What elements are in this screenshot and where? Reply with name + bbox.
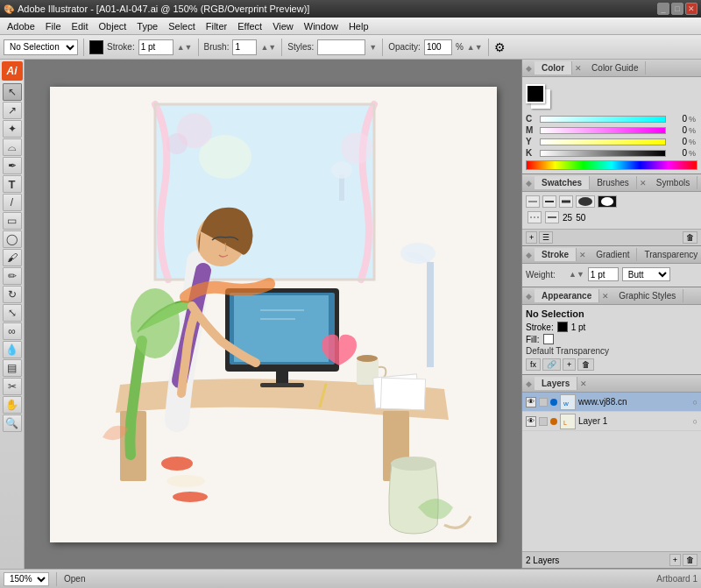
brush-value[interactable]: [232, 39, 257, 55]
menu-window[interactable]: Window: [299, 19, 343, 33]
tool-lasso[interactable]: ⌓: [3, 138, 22, 156]
layers-add[interactable]: +: [669, 554, 681, 566]
layers-delete[interactable]: 🗑: [683, 554, 697, 566]
stroke-color-swatch[interactable]: [89, 40, 103, 54]
appearance-stroke-swatch[interactable]: [557, 322, 568, 332]
tool-direct-select[interactable]: ↗: [3, 102, 22, 119]
stroke-weight-value[interactable]: [588, 267, 619, 281]
brush-arrows[interactable]: ▲▼: [260, 43, 276, 52]
layer-row-1[interactable]: 👁 L Layer 1 ○: [522, 412, 701, 431]
tool-hand[interactable]: ✋: [3, 396, 22, 414]
tool-rotate[interactable]: ↻: [3, 286, 22, 303]
brush-swatch-3[interactable]: [559, 195, 573, 208]
menu-select[interactable]: Select: [163, 19, 201, 33]
tool-scissors[interactable]: ✂: [3, 378, 22, 395]
tool-gradient[interactable]: ▤: [3, 359, 22, 377]
swatches-new[interactable]: +: [526, 231, 537, 244]
brush-swatch-1[interactable]: [526, 195, 540, 208]
appearance-tab-close[interactable]: ✕: [599, 292, 612, 301]
toolbar-extra-icon[interactable]: ⚙: [494, 40, 506, 54]
layer-1-lock[interactable]: [539, 417, 548, 426]
tool-ellipse[interactable]: ◯: [3, 230, 22, 248]
menu-filter[interactable]: Filter: [201, 19, 232, 33]
tab-graphic-styles[interactable]: Graphic Styles: [612, 289, 683, 302]
title-bar-controls[interactable]: _ □ ✕: [657, 3, 697, 15]
styles-dropdown-btn[interactable]: ▼: [369, 43, 377, 52]
swatches-menu[interactable]: ☰: [539, 231, 553, 244]
stroke-tab-close[interactable]: ✕: [577, 251, 589, 259]
stroke-value[interactable]: [138, 39, 173, 55]
spectrum-bar[interactable]: [526, 160, 697, 170]
menu-file[interactable]: File: [40, 19, 67, 33]
layer-1-visibility[interactable]: 👁: [526, 416, 536, 427]
canvas[interactable]: ♡ ♡ ✿: [50, 87, 497, 542]
color-tab-close[interactable]: ✕: [572, 64, 584, 73]
brush-swatch-2[interactable]: [542, 195, 556, 208]
brush-swatch-4[interactable]: [576, 195, 595, 208]
tool-pencil[interactable]: ✏: [3, 267, 22, 285]
tab-appearance[interactable]: Appearance: [535, 289, 599, 302]
layer-0-visibility[interactable]: 👁: [526, 397, 536, 407]
swatches-delete[interactable]: 🗑: [683, 231, 697, 244]
tab-brushes[interactable]: Brushes: [590, 176, 637, 189]
zoom-select[interactable]: 150% 100% 200%: [4, 572, 49, 586]
menu-help[interactable]: Help: [343, 19, 374, 33]
menu-view[interactable]: View: [267, 19, 299, 33]
tab-layers[interactable]: Layers: [535, 377, 577, 390]
channel-y-slider[interactable]: [540, 138, 666, 145]
menu-adobe[interactable]: Adobe: [2, 19, 40, 33]
tool-selection[interactable]: ↖: [3, 83, 22, 101]
tab-color[interactable]: Color: [535, 61, 572, 74]
stroke-cap-select[interactable]: Butt: [622, 267, 670, 281]
channel-m-slider[interactable]: [540, 127, 666, 134]
appearance-fx-button[interactable]: fx: [526, 358, 541, 371]
brushes-tab-close[interactable]: ✕: [637, 179, 649, 188]
tool-brush[interactable]: 🖌: [3, 249, 22, 266]
canvas-area[interactable]: ♡ ♡ ✿: [25, 60, 521, 569]
stroke-arrows[interactable]: ▲▼: [177, 43, 193, 52]
svg-point-4: [341, 132, 372, 164]
menu-type[interactable]: Type: [131, 19, 163, 33]
brush-size-medium[interactable]: [545, 211, 559, 223]
channel-c-slider[interactable]: [540, 116, 666, 123]
selection-dropdown[interactable]: No Selection: [4, 39, 78, 55]
appearance-new-button[interactable]: +: [563, 358, 576, 371]
layer-row-0[interactable]: 👁 w www.vj88.cn ○: [522, 393, 701, 412]
tab-gradient[interactable]: Gradient: [589, 248, 637, 261]
channel-m-label: M: [526, 125, 538, 135]
close-button[interactable]: ✕: [685, 3, 697, 15]
opacity-value[interactable]: [424, 39, 452, 55]
menu-edit[interactable]: Edit: [67, 19, 94, 33]
appearance-fill-swatch[interactable]: [543, 334, 554, 344]
tool-magic-wand[interactable]: ✦: [3, 120, 22, 138]
color-row-m: M 0 %: [526, 125, 697, 135]
tab-color-guide[interactable]: Color Guide: [584, 61, 646, 74]
tool-scale[interactable]: ⤡: [3, 304, 22, 322]
tool-rect[interactable]: ▭: [3, 212, 22, 230]
tab-stroke[interactable]: Stroke: [535, 248, 577, 261]
tool-line[interactable]: /: [3, 194, 22, 211]
menu-object[interactable]: Object: [94, 19, 132, 33]
tab-symbols[interactable]: Symbols: [649, 176, 697, 189]
brush-size-thin[interactable]: [528, 211, 542, 223]
maximize-button[interactable]: □: [671, 3, 683, 15]
tab-transparency[interactable]: Transparency: [637, 248, 701, 261]
opacity-arrows[interactable]: ▲▼: [467, 43, 483, 52]
tool-blend[interactable]: ∞: [3, 322, 22, 340]
menu-effect[interactable]: Effect: [232, 19, 267, 33]
stroke-weight-spinners[interactable]: ▲▼: [569, 270, 584, 279]
layers-tab-close[interactable]: ✕: [577, 379, 590, 388]
layer-0-lock[interactable]: [539, 398, 548, 407]
styles-value[interactable]: [317, 39, 365, 55]
channel-k-slider[interactable]: [540, 150, 666, 157]
tool-eyedropper[interactable]: 💧: [3, 341, 22, 358]
minimize-button[interactable]: _: [657, 3, 669, 15]
tool-text[interactable]: T: [3, 175, 22, 193]
tool-zoom[interactable]: 🔍: [3, 414, 22, 432]
appearance-link-button[interactable]: 🔗: [542, 358, 561, 371]
tool-pen[interactable]: ✒: [3, 157, 22, 174]
foreground-swatch[interactable]: [526, 84, 545, 103]
appearance-delete-button[interactable]: 🗑: [577, 358, 594, 371]
tab-swatches[interactable]: Swatches: [535, 176, 590, 189]
brush-swatch-5[interactable]: [598, 195, 617, 208]
